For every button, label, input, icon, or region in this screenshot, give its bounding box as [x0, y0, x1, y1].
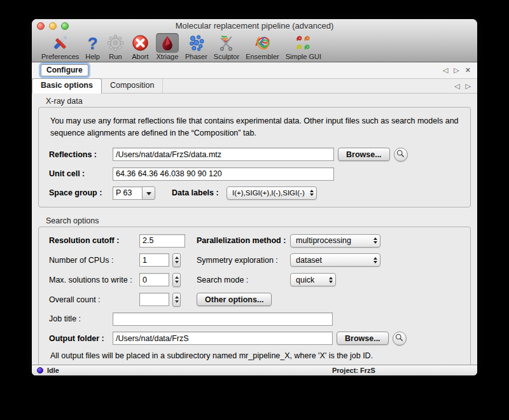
overall-count-row: Overall count : Other options...	[49, 293, 460, 307]
step-down-icon	[175, 261, 179, 263]
unit-cell-label: Unit cell :	[49, 169, 113, 178]
molecule-icon	[187, 33, 206, 53]
toolbar-button-ensembler[interactable]: Ensembler	[242, 33, 282, 60]
search-section-label: Search options	[46, 216, 477, 225]
scissors-icon	[217, 33, 235, 53]
max-solutions-input[interactable]	[139, 273, 169, 286]
unit-cell-row: Unit cell :	[49, 167, 460, 181]
output-folder-inspect-button[interactable]	[393, 332, 407, 346]
question-icon: ?	[88, 33, 98, 53]
toolbar-label: Run	[109, 53, 122, 60]
cpus-stepper[interactable]	[172, 253, 181, 267]
output-folder-input[interactable]	[113, 332, 333, 345]
output-folder-browse-button[interactable]: Browse...	[337, 332, 389, 345]
toolbar-button-run[interactable]: Run	[103, 33, 128, 60]
tab-strip: Basic options Composition ◁ ▷	[32, 79, 477, 94]
ribbons-icon	[253, 33, 272, 53]
page-tab-bar: Configure ◁ ▷ ✕	[32, 62, 477, 79]
updown-arrows-icon	[310, 190, 314, 196]
max-solutions-label: Max. solutions to write :	[49, 276, 139, 284]
symmetry-label: Symmetry exploration :	[197, 256, 290, 265]
symmetry-value: dataset	[296, 256, 370, 265]
toolbar-button-simple-gui[interactable]: Simple GUI	[282, 33, 324, 60]
status-bar: Idle Project: FrzS	[32, 365, 477, 375]
minimize-window-button[interactable]	[49, 22, 57, 30]
space-group-row: Space group : Data labels : I(+),SIGI(+)…	[49, 186, 460, 200]
overall-count-label: Overall count :	[49, 295, 139, 304]
tab-nav-forward-icon[interactable]: ▷	[466, 82, 471, 90]
toolbar-label: Xtriage	[157, 53, 179, 60]
tab-composition[interactable]: Composition	[102, 79, 163, 93]
step-down-icon	[175, 281, 179, 283]
tab-basic-options[interactable]: Basic options	[32, 78, 102, 94]
parallelization-label: Parallelization method :	[197, 236, 290, 245]
space-group-input[interactable]	[113, 186, 142, 200]
data-labels-popup[interactable]: I(+),SIGI(+),I(-),SIGI(-)	[227, 186, 317, 200]
reflections-row: Reflections : Browse...	[49, 148, 460, 162]
parallelization-value: multiprocessing	[296, 236, 370, 245]
tab-nav-back-icon[interactable]: ◁	[454, 82, 459, 90]
unit-cell-input[interactable]	[113, 167, 334, 181]
cpus-input[interactable]	[139, 253, 169, 267]
reflections-inspect-button[interactable]	[394, 148, 408, 162]
space-group-label: Space group :	[49, 188, 113, 197]
symmetry-popup[interactable]: dataset	[290, 253, 380, 267]
xray-section-label: X-ray data	[46, 97, 477, 106]
toolbar-button-help[interactable]: ? Help	[82, 33, 103, 60]
toolbar-label: Phaser	[185, 53, 207, 60]
step-down-icon	[175, 300, 179, 303]
updown-arrows-icon	[373, 257, 377, 263]
xray-group: You may use any format reflections file …	[38, 107, 471, 207]
toolbar-button-abort[interactable]: Abort	[128, 33, 153, 60]
cpus-label: Number of CPUs :	[49, 256, 139, 265]
resolution-cutoff-input[interactable]	[139, 234, 185, 248]
toolbar-button-phaser[interactable]: Phaser	[182, 33, 211, 60]
space-group-combobox[interactable]	[113, 186, 155, 200]
job-title-input[interactable]	[113, 312, 333, 326]
max-solutions-stepper[interactable]	[172, 273, 181, 287]
reflections-input[interactable]	[113, 148, 334, 161]
space-group-dropdown-button[interactable]	[142, 186, 155, 200]
overall-count-stepper[interactable]	[172, 293, 181, 307]
parallelization-popup[interactable]: multiprocessing	[290, 234, 380, 248]
main-content: X-ray data You may use any format reflec…	[32, 94, 477, 365]
overall-count-input[interactable]	[139, 293, 169, 306]
reflections-browse-button[interactable]: Browse...	[338, 148, 390, 161]
job-title-row: Job title :	[49, 312, 460, 326]
squiggles-icon	[294, 33, 312, 53]
toolbar: Preferences ? Help	[32, 33, 477, 62]
nav-back-icon[interactable]: ◁	[443, 66, 448, 74]
step-up-icon	[175, 276, 179, 279]
titlebar[interactable]: Molecular replacement pipeline (advanced…	[32, 19, 477, 33]
other-options-button[interactable]: Other options...	[197, 293, 272, 306]
job-title-label: Job title :	[49, 314, 113, 323]
toolbar-label: Help	[85, 53, 100, 60]
updown-arrows-icon	[329, 277, 333, 283]
cpus-row: Number of CPUs : Symmetry exploration : …	[49, 253, 460, 267]
updown-arrows-icon	[373, 237, 377, 244]
tools-icon	[51, 33, 69, 53]
xray-description: You may use any format reflections file …	[50, 115, 459, 140]
resolution-row: Resolution cutoff : Parallelization meth…	[49, 234, 460, 248]
window-chrome: Molecular replacement pipeline (advanced…	[32, 19, 477, 62]
close-tab-icon[interactable]: ✕	[465, 66, 471, 74]
output-note: All output files will be placed in a sub…	[50, 351, 459, 360]
droplet-icon	[156, 33, 179, 53]
toolbar-label: Simple GUI	[286, 53, 321, 60]
app-window: Molecular replacement pipeline (advanced…	[32, 19, 477, 375]
toolbar-label: Abort	[132, 53, 148, 60]
page-tab-configure[interactable]: Configure	[41, 64, 88, 76]
toolbar-button-preferences[interactable]: Preferences	[38, 33, 82, 60]
toolbar-button-xtriage[interactable]: Xtriage	[153, 33, 182, 60]
close-window-button[interactable]	[37, 22, 45, 30]
data-labels-label: Data labels :	[172, 188, 227, 197]
search-mode-label: Search mode :	[197, 276, 290, 284]
search-mode-popup[interactable]: quick	[290, 273, 336, 286]
status-text: Idle	[47, 367, 59, 374]
zoom-window-button[interactable]	[61, 22, 69, 30]
step-up-icon	[175, 296, 179, 298]
gear-icon	[106, 33, 125, 53]
toolbar-button-sculptor[interactable]: Sculptor	[211, 33, 242, 60]
nav-forward-icon[interactable]: ▷	[454, 66, 459, 74]
magnifier-icon	[394, 333, 404, 344]
